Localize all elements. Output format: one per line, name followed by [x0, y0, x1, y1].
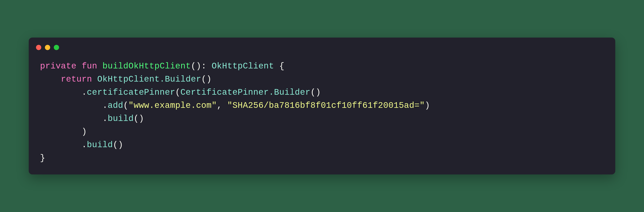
method-add: add	[108, 101, 123, 110]
punct: ()	[310, 88, 321, 97]
punct: }	[40, 153, 45, 163]
keyword-return: return	[61, 74, 92, 84]
code-block: private fun buildOkHttpClient(): OkHttpC…	[40, 60, 604, 165]
punct: )	[82, 127, 87, 137]
close-icon[interactable]	[36, 45, 41, 50]
punct: .	[82, 88, 87, 97]
punct: .	[82, 140, 87, 150]
punct: .	[102, 114, 108, 124]
builder-class: OkHttpClient.Builder	[97, 74, 201, 84]
punct: .	[102, 101, 108, 110]
punct: ()	[113, 140, 123, 150]
punct: (	[123, 101, 128, 110]
window-controls	[36, 45, 604, 50]
inner-builder: CertificatePinner.Builder	[180, 88, 310, 97]
method-build-outer: build	[87, 140, 113, 150]
string-arg2: "SHA256/ba7816bf8f01cf10ff61f20015ad="	[227, 101, 425, 110]
punct: ()	[201, 74, 212, 84]
string-arg1: "www.example.com"	[128, 101, 217, 110]
keyword-private: private	[40, 61, 76, 71]
punct: ,	[217, 101, 227, 110]
maximize-icon[interactable]	[54, 45, 59, 50]
keyword-fun: fun	[82, 61, 97, 71]
method-call: certificatePinner	[87, 88, 175, 97]
punct: (	[175, 88, 180, 97]
punct: )	[425, 101, 430, 110]
punct: {	[279, 61, 284, 71]
punct: ():	[191, 61, 206, 71]
minimize-icon[interactable]	[45, 45, 50, 50]
function-name: buildOkHttpClient	[102, 61, 191, 71]
punct: ()	[134, 114, 144, 124]
method-build: build	[108, 114, 134, 124]
code-window: private fun buildOkHttpClient(): OkHttpC…	[29, 37, 615, 175]
return-type: OkHttpClient	[212, 61, 274, 71]
